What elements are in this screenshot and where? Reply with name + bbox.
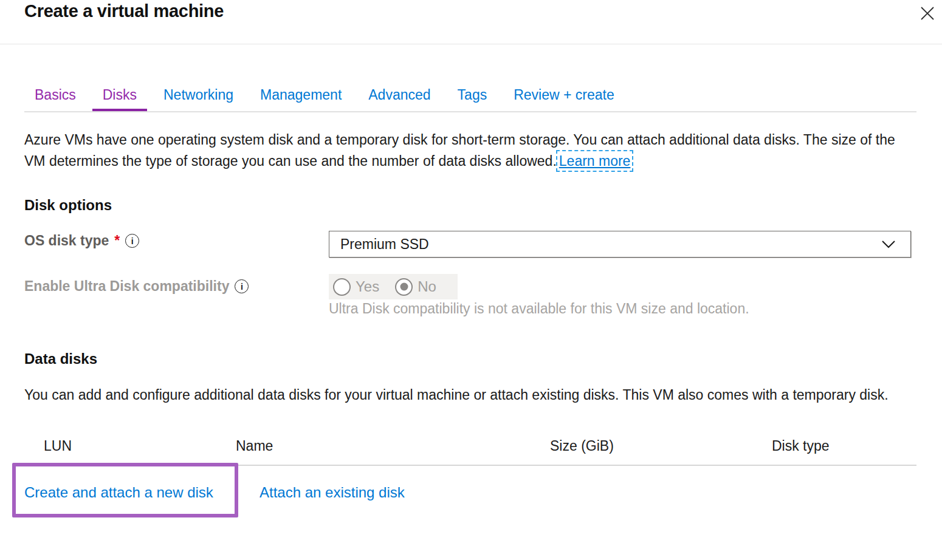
data-disks-heading: Data disks <box>24 350 97 367</box>
data-disks-description: You can add and configure additional dat… <box>24 384 907 406</box>
close-x-glyph <box>918 4 937 22</box>
create-vm-panel: Create a virtual machine Basics Disks Ne… <box>0 0 942 560</box>
tab-disks[interactable]: Disks <box>92 81 147 112</box>
radio-label-yes: Yes <box>356 278 379 295</box>
create-and-attach-new-disk-link[interactable]: Create and attach a new disk <box>24 484 213 501</box>
column-header-lun: LUN <box>44 438 72 454</box>
tabbar-divider <box>24 111 916 112</box>
ultra-disk-label: Enable Ultra Disk compatibility <box>24 278 229 295</box>
os-disk-type-value: Premium SSD <box>329 236 429 253</box>
table-header-divider <box>24 465 916 466</box>
column-header-name: Name <box>236 438 273 454</box>
close-icon[interactable] <box>916 2 938 24</box>
radio-option-yes[interactable]: Yes <box>333 278 379 296</box>
column-header-disk-type: Disk type <box>772 438 830 454</box>
tab-review-create[interactable]: Review + create <box>503 81 625 112</box>
tab-networking[interactable]: Networking <box>153 81 244 112</box>
tab-basics[interactable]: Basics <box>24 81 86 112</box>
attach-existing-disk-link[interactable]: Attach an existing disk <box>260 484 405 501</box>
radio-option-no[interactable]: No <box>395 278 436 296</box>
disks-intro-paragraph: Azure VMs have one operating system disk… <box>24 129 907 171</box>
intro-text: Azure VMs have one operating system disk… <box>24 132 895 169</box>
os-disk-type-label-row: OS disk type * i <box>24 233 139 249</box>
os-disk-type-label: OS disk type <box>24 233 109 249</box>
learn-more-link[interactable]: Learn more <box>559 153 631 169</box>
chevron-down-icon <box>881 240 896 249</box>
os-disk-type-select[interactable]: Premium SSD <box>329 231 911 258</box>
ultra-disk-radio-group: Yes No <box>329 274 458 299</box>
ultra-disk-helper-text: Ultra Disk compatibility is not availabl… <box>329 301 749 317</box>
tab-advanced[interactable]: Advanced <box>358 81 441 112</box>
tab-management[interactable]: Management <box>250 81 352 112</box>
header-divider <box>0 44 942 44</box>
info-icon[interactable]: i <box>125 234 139 248</box>
column-header-size: Size (GiB) <box>550 438 614 454</box>
ultra-disk-label-row: Enable Ultra Disk compatibility i <box>24 278 249 295</box>
page-title: Create a virtual machine <box>24 1 224 21</box>
tab-bar: Basics Disks Networking Management Advan… <box>24 81 625 112</box>
radio-label-no: No <box>418 278 436 295</box>
disk-options-heading: Disk options <box>24 197 112 214</box>
required-asterisk: * <box>114 233 120 249</box>
info-icon[interactable]: i <box>235 279 249 293</box>
tab-tags[interactable]: Tags <box>447 81 498 112</box>
radio-circle-yes <box>333 278 351 296</box>
radio-circle-no <box>395 278 413 296</box>
